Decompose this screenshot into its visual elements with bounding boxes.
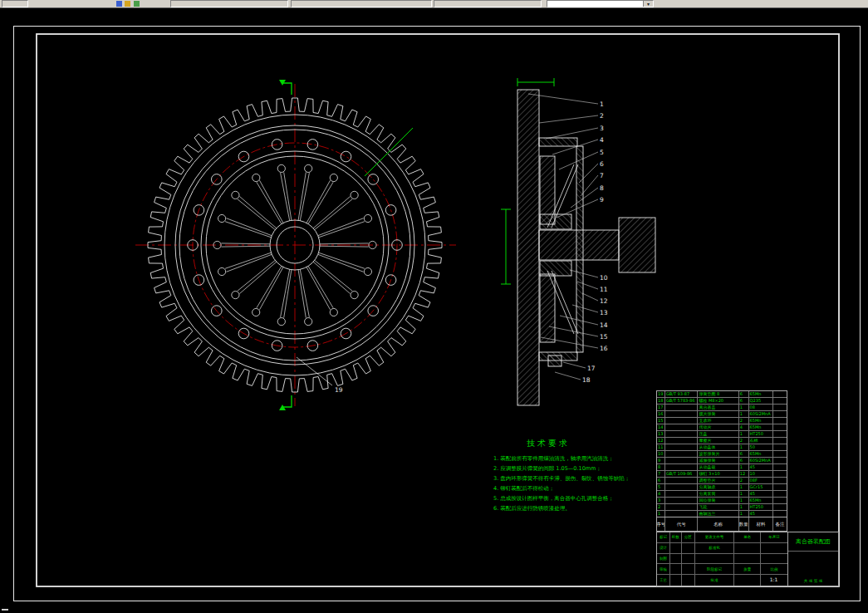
title-block-cell [682, 564, 695, 574]
finger-slot-end [253, 174, 260, 181]
bom-cell: 1 [739, 484, 749, 490]
bom-row: 8从动盘毂145 [657, 464, 787, 471]
toolbar-button-group[interactable] [2, 0, 28, 7]
bom-cell [773, 405, 787, 410]
part-label: 3 [600, 125, 604, 132]
spring-finger-line [320, 246, 369, 247]
bom-header-cell: 材料 [749, 517, 774, 531]
bom-cell: GB/T 5783-86 [665, 398, 698, 404]
bom-cell: 2 [657, 504, 665, 510]
spring-finger-line [227, 254, 272, 272]
title-block-cell: 设计 [657, 543, 670, 553]
leader-line [546, 128, 598, 139]
bom-cell: 8 [657, 464, 665, 470]
title-block-cell [761, 543, 787, 553]
save-file-icon[interactable] [134, 1, 140, 7]
bom-cell: 飞轮 [698, 504, 738, 510]
bolt-hole [341, 151, 351, 162]
bom-cell: 波形弹簧片 [698, 451, 738, 457]
finger-slot-end [351, 191, 358, 199]
bom-cell [773, 484, 787, 490]
title-block-cell: 工艺 [657, 575, 670, 586]
title-block-right: 离合器装配图 共 张 第 张 [788, 532, 838, 586]
part-label: 17 [587, 365, 596, 372]
bom-cell: 18 [657, 398, 665, 404]
part-label: 13 [600, 309, 608, 316]
style-combo[interactable]: ▾ [547, 0, 654, 7]
layer-dropdown[interactable] [170, 0, 288, 7]
title-block-row: 审核阶段标记质量比例 [657, 564, 787, 575]
part-label: 2 [600, 112, 604, 120]
leader-line [539, 115, 598, 123]
bom-cell [665, 438, 698, 444]
toolbar: ▾ [0, 0, 868, 8]
part-label: 15 [600, 333, 608, 341]
bom-cell [773, 411, 787, 417]
bom-cell: 45 [749, 491, 774, 497]
bom-cell [665, 491, 698, 497]
bom-cell [773, 491, 787, 497]
title-block-row: 设计标准化 [657, 543, 787, 554]
title-block-cell [670, 575, 682, 586]
bom-cell: 65Mn [749, 498, 774, 503]
scale-value: 1:1 [761, 575, 787, 585]
title-block-cell [682, 554, 695, 564]
part-label: 5 [600, 149, 604, 156]
bom-cell: 回位弹簧 [698, 498, 738, 503]
title-block-cell: 阶段标记 [695, 564, 735, 574]
bom-cell: 1 [739, 491, 749, 497]
bom-cell: 减振弹簧 [698, 458, 738, 463]
finger-slot-end [330, 174, 337, 181]
title-block-cell: 处数 [670, 532, 682, 542]
bom-cell: 19 [657, 391, 665, 397]
title-block-cell: 标记 [657, 532, 670, 542]
bom-cell: 65Mn [749, 418, 774, 424]
bom-row: 7GB/T 109-86铆钉 3×101210 [657, 471, 787, 478]
chevron-down-icon[interactable]: ▾ [643, 1, 653, 7]
bom-cell: 17 [657, 405, 665, 410]
bom-cell: 1 [739, 498, 749, 503]
bom-cell: 4 [657, 491, 665, 497]
bom-cell [773, 418, 787, 424]
bom-cell: 7 [657, 471, 665, 477]
bom-row: 19GB/T 93-87弹簧垫圈 8665Mn [657, 391, 787, 398]
bom-row: 14传动片465Mn [657, 424, 787, 431]
bom-cell: 16 [657, 411, 665, 417]
color-dropdown[interactable] [291, 0, 432, 7]
bom-header-cell: 代号 [665, 517, 698, 531]
leader-line [563, 362, 586, 368]
bom-row: 13压盘1HT250 [657, 431, 787, 438]
bom-cell [773, 444, 787, 450]
title-block-cell [682, 575, 695, 586]
title-block-cell: 签名 [734, 532, 761, 542]
spring-finger-line [319, 222, 365, 238]
finger-slot-end [218, 267, 226, 275]
bom-cell [773, 504, 787, 510]
section-part [548, 356, 562, 366]
finger-slot-end [277, 164, 285, 172]
bom-cell: 10 [657, 451, 665, 457]
linetype-dropdown[interactable] [434, 0, 542, 7]
new-file-icon[interactable] [116, 1, 122, 7]
bom-cell: 65Mn [749, 451, 774, 457]
sheet-note: 共 张 第 张 [788, 579, 838, 583]
part-label: 18 [582, 376, 591, 384]
bom-row: 10波形弹簧片665Mn [657, 451, 787, 458]
bom-cell: 从动盘毂 [698, 464, 738, 470]
title-block-cell: 制图 [657, 554, 670, 564]
bom-cell: 铆钉 3×10 [698, 471, 738, 477]
open-file-icon[interactable] [125, 1, 130, 7]
bom-cell [665, 458, 698, 463]
section-part [539, 138, 577, 146]
bom-cell [773, 398, 787, 404]
bom-cell: 10 [749, 471, 774, 477]
title-block-row: 标记处数分区更改文件号签名年月日 [657, 532, 787, 543]
bom-cell: 11 [657, 444, 665, 450]
bom-cell: 1 [739, 411, 749, 417]
bom-cell: 6 [739, 458, 749, 463]
bom-cell: 分离轴承 [698, 484, 738, 490]
bom-cell: 65Mn [749, 424, 774, 430]
section-leader [365, 128, 413, 176]
bom-cell: 1 [739, 504, 749, 510]
title-block-cell: 质量 [734, 564, 761, 574]
